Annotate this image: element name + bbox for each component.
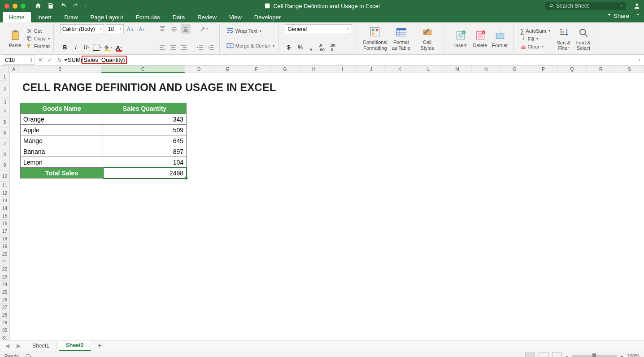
cell-c7[interactable]: 645 (103, 135, 187, 146)
row-header-21[interactable]: 21 (0, 258, 9, 266)
delete-cells-button[interactable]: Delete (470, 24, 490, 53)
italic-button[interactable]: I (71, 43, 81, 52)
column-header-i[interactable]: I (328, 65, 357, 73)
wrap-text-button[interactable]: Wrap Text▾ (226, 24, 274, 38)
row-header-22[interactable]: 22 (0, 266, 9, 273)
align-left-button[interactable] (157, 43, 167, 52)
row-header-12[interactable]: 12 (0, 189, 9, 197)
column-header-b[interactable]: B (19, 65, 101, 73)
cell-b10[interactable]: Total Sales (21, 168, 103, 178)
sheet-nav-prev[interactable]: ◀ (3, 343, 12, 349)
tab-data[interactable]: Data (166, 12, 191, 22)
align-right-button[interactable] (179, 43, 189, 52)
maximize-window-button[interactable] (21, 4, 26, 9)
column-header-a[interactable]: A (9, 65, 19, 73)
expand-formula-bar-icon[interactable]: ▾ (639, 58, 640, 62)
column-header-s[interactable]: S (615, 65, 644, 73)
collapse-ribbon-icon[interactable]: ⌃ (635, 13, 640, 19)
column-header-d[interactable]: D (185, 65, 213, 73)
align-center-button[interactable] (168, 43, 178, 52)
column-header-g[interactable]: G (271, 65, 300, 73)
column-header-r[interactable]: R (587, 65, 615, 73)
row-header-26[interactable]: 26 (0, 296, 9, 304)
row-header-13[interactable]: 13 (0, 197, 9, 205)
tab-home[interactable]: Home (3, 12, 31, 22)
row-header-17[interactable]: 17 (0, 227, 9, 235)
row-header-1[interactable]: 1 (0, 73, 9, 81)
header-sales-quantity[interactable]: Sales Quantity (103, 103, 187, 114)
row-header-3[interactable]: 3 (0, 99, 9, 106)
cut-button[interactable]: Cut (26, 28, 50, 34)
name-box[interactable]: C10 ▲▼ (3, 56, 35, 65)
increase-font-button[interactable]: A▲ (126, 24, 135, 34)
cell-styles-button[interactable]: Cell Styles (414, 24, 440, 53)
share-button[interactable]: Share (607, 13, 629, 19)
cell-b8[interactable]: Banana (21, 146, 103, 157)
row-header-20[interactable]: 20 (0, 250, 9, 258)
font-name-select[interactable]: Calibri (Body)▾ (60, 24, 104, 34)
autosum-button[interactable]: ∑AutoSum▾ (520, 27, 550, 35)
underline-button[interactable]: U▾ (82, 43, 91, 52)
tab-insert[interactable]: Insert (31, 12, 58, 22)
cell-b9[interactable]: Lemon (21, 157, 103, 168)
tab-page-layout[interactable]: Page Layout (84, 12, 130, 22)
format-cells-button[interactable]: Format (490, 24, 510, 53)
cell-b5[interactable]: Orange (21, 114, 103, 125)
row-header-10[interactable]: 10 (0, 171, 9, 182)
column-header-e[interactable]: E (213, 65, 242, 73)
row-header-18[interactable]: 18 (0, 235, 9, 243)
row-header-11[interactable]: 11 (0, 182, 9, 189)
column-header-c[interactable]: C (101, 65, 185, 73)
fill-color-button[interactable]: ▾ (103, 43, 113, 52)
row-header-25[interactable]: 25 (0, 288, 9, 296)
find-select-button[interactable]: Find & Select (574, 24, 593, 53)
minimize-window-button[interactable] (13, 4, 17, 9)
row-header-29[interactable]: 29 (0, 319, 9, 327)
zoom-in-button[interactable]: + (620, 353, 623, 357)
column-header-p[interactable]: P (529, 65, 558, 73)
border-button[interactable]: ▾ (92, 43, 102, 52)
row-header-24[interactable]: 24 (0, 281, 9, 288)
zoom-out-button[interactable]: − (566, 353, 568, 357)
row-header-16[interactable]: 16 (0, 220, 9, 227)
row-header-27[interactable]: 27 (0, 304, 9, 311)
tab-formulas[interactable]: Formulas (130, 12, 166, 22)
zoom-slider[interactable] (572, 355, 617, 357)
column-header-j[interactable]: J (357, 65, 386, 73)
currency-button[interactable]: $▾ (285, 43, 295, 52)
row-header-19[interactable]: 19 (0, 243, 9, 250)
qat-dropdown-icon[interactable]: ▾ (85, 4, 87, 8)
user-icon[interactable] (633, 2, 640, 9)
row-header-31[interactable]: 31 (0, 334, 9, 340)
save-icon[interactable] (47, 2, 54, 9)
format-painter-button[interactable]: Format (26, 43, 50, 49)
insert-cells-button[interactable]: Insert (451, 24, 470, 53)
orientation-button[interactable]: ▾ (199, 24, 209, 34)
decrease-decimal-button[interactable]: .00.0 (328, 43, 338, 52)
spreadsheet-grid[interactable]: 1234567891011121314151617181920212223242… (0, 73, 644, 340)
cell-b7[interactable]: Mango (21, 135, 103, 146)
increase-decimal-button[interactable]: .0.00 (317, 43, 327, 52)
row-header-7[interactable]: 7 (0, 139, 9, 149)
sheet-tab-sheet1[interactable]: Sheet1 (25, 341, 57, 350)
increase-indent-button[interactable] (206, 43, 216, 52)
zoom-level[interactable]: 100% (627, 353, 640, 357)
cell-c8[interactable]: 897 (103, 146, 187, 157)
comma-button[interactable]: , (306, 43, 316, 52)
sheet-tab-sheet2[interactable]: Sheet2 (59, 341, 91, 351)
align-bottom-button[interactable] (181, 24, 191, 34)
column-header-f[interactable]: F (242, 65, 271, 73)
column-header-k[interactable]: K (386, 65, 414, 73)
align-top-button[interactable] (157, 24, 167, 34)
row-header-28[interactable]: 28 (0, 311, 9, 319)
column-header-l[interactable]: L (414, 65, 443, 73)
font-size-select[interactable]: 18▾ (106, 24, 124, 34)
enter-formula-button[interactable]: ✓ (45, 57, 55, 63)
column-header-q[interactable]: Q (558, 65, 587, 73)
decrease-indent-button[interactable] (195, 43, 205, 52)
row-header-15[interactable]: 15 (0, 212, 9, 220)
select-all-corner[interactable] (0, 65, 9, 73)
search-sheet-input[interactable]: Search Sheet ▾ (545, 2, 626, 10)
cell-c9[interactable]: 104 (103, 157, 187, 168)
row-header-23[interactable]: 23 (0, 273, 9, 281)
